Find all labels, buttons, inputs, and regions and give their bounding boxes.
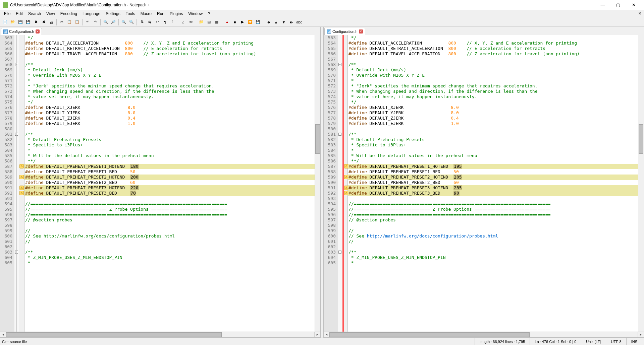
left-tab[interactable]: Configuration.h ✕ xyxy=(1,28,42,35)
pane-splitter[interactable] xyxy=(321,27,323,338)
title-bar: C:\Users\xcold\Desktop\ADVi3pp Modified\… xyxy=(0,0,644,10)
new-button[interactable]: 📄 xyxy=(1,18,9,26)
line-gutter: 5635645655665675685695705715725735745755… xyxy=(0,35,14,332)
lang-button[interactable]: ⌂ xyxy=(179,18,187,26)
document-close-button[interactable]: ✕ xyxy=(637,11,643,16)
menu-plugins[interactable]: Plugins xyxy=(167,10,185,17)
menu-settings[interactable]: Settings xyxy=(103,10,123,17)
vertical-scrollbar[interactable] xyxy=(315,35,320,332)
window-controls: — ▢ ✕ xyxy=(595,0,641,10)
diff-next-button[interactable]: ▼ xyxy=(280,18,287,26)
save-macro-button[interactable]: 💾 xyxy=(254,18,262,26)
code-area[interactable]: */#define DEFAULT_ACCELERATION 800 // X,… xyxy=(24,35,315,332)
find-button[interactable]: 🔍 xyxy=(102,18,109,26)
scroll-left-button[interactable]: ◄ xyxy=(0,332,6,337)
horizontal-scrollbar[interactable] xyxy=(329,332,638,337)
vertical-scrollbar[interactable] xyxy=(638,35,644,332)
marker-column: ⚠⚠⚠⚠ xyxy=(342,35,348,332)
left-tab-bar: Configuration.h ✕ xyxy=(0,27,320,35)
horizontal-scrollbar-row: ◄ ► xyxy=(0,332,320,337)
right-tab[interactable]: Configuration.h ✕ xyxy=(324,28,365,35)
status-encoding: UTF-8 xyxy=(606,338,626,345)
right-tab-bar: Configuration.h ✕ xyxy=(324,27,644,35)
scroll-right-button[interactable]: ► xyxy=(315,332,320,337)
close-button[interactable]: ✖ xyxy=(32,18,40,26)
app-icon xyxy=(3,2,8,8)
status-bar: C++ source file length : 66,924 lines : … xyxy=(0,338,644,345)
copy-button[interactable]: 📋 xyxy=(66,18,73,26)
menu-edit[interactable]: Edit xyxy=(13,10,25,17)
right-pane: Configuration.h ✕ 5635645655665675685695… xyxy=(323,27,644,338)
menu-bar: FileEditSearchViewEncodingLanguageSettin… xyxy=(0,10,644,17)
fold-column[interactable]: −−− xyxy=(14,35,19,332)
menu-window[interactable]: Window xyxy=(185,10,205,17)
cut-button[interactable]: ✂ xyxy=(58,18,65,26)
status-length: length : 66,924 lines : 1,795 xyxy=(475,338,530,345)
fold-column[interactable]: −−− xyxy=(338,35,342,332)
zoom-in-button[interactable]: 🔍 xyxy=(120,18,127,26)
paste-button[interactable]: 📋 xyxy=(73,18,81,26)
scroll-right-button[interactable]: ► xyxy=(638,332,644,337)
stop-button[interactable]: ■ xyxy=(231,18,238,26)
show-all-button[interactable]: ¶ xyxy=(161,18,169,26)
maximize-button[interactable]: ▢ xyxy=(610,0,626,10)
toolbar: 📄📂💾💾✖✖🖨✂📋📋↶↷🔍🔎🔍🔍⇅⇆↩¶⦙⌂👁📁▤▥●■▶⏩💾⏮▲▼⏭abc xyxy=(0,17,644,27)
save-button[interactable]: 💾 xyxy=(17,18,24,26)
sync-h-button[interactable]: ⇆ xyxy=(146,18,153,26)
tab-label: Configuration.h xyxy=(9,29,34,33)
doc-map-button[interactable]: ▤ xyxy=(205,18,213,26)
redo-button[interactable]: ↷ xyxy=(92,18,99,26)
diff-prev-button[interactable]: ▲ xyxy=(272,18,280,26)
window-title: C:\Users\xcold\Desktop\ADVi3pp Modified\… xyxy=(10,3,595,7)
tab-close-icon[interactable]: ✕ xyxy=(359,29,363,33)
zoom-out-button[interactable]: 🔍 xyxy=(128,18,135,26)
marker-column: ⚠⚠⚠⚠ xyxy=(19,35,24,332)
save-all-button[interactable]: 💾 xyxy=(24,18,32,26)
menu-run[interactable]: Run xyxy=(154,10,167,17)
menu-view[interactable]: View xyxy=(44,10,58,17)
line-gutter: 5635645655665675685695705715725735745755… xyxy=(324,35,338,332)
horizontal-scrollbar-row: ◄ ► xyxy=(324,332,644,337)
diff-first-button[interactable]: ⏮ xyxy=(265,18,272,26)
sync-v-button[interactable]: ⇅ xyxy=(138,18,146,26)
menu-encoding[interactable]: Encoding xyxy=(58,10,80,17)
status-mode: INS xyxy=(626,338,642,345)
open-button[interactable]: 📂 xyxy=(9,18,16,26)
print-button[interactable]: 🖨 xyxy=(48,18,55,26)
scroll-left-button[interactable]: ◄ xyxy=(324,332,329,337)
menu-macro[interactable]: Macro xyxy=(138,10,154,17)
replace-button[interactable]: 🔎 xyxy=(110,18,117,26)
indent-guide-button[interactable]: ⦙ xyxy=(169,18,176,26)
minimize-button[interactable]: — xyxy=(595,0,610,10)
close-button[interactable]: ✕ xyxy=(626,0,641,10)
code-area[interactable]: */#define DEFAULT_ACCELERATION 800 // X,… xyxy=(348,35,638,332)
left-editor[interactable]: 5635645655665675685695705715725735745755… xyxy=(0,35,320,332)
status-eol: Unix (LF) xyxy=(581,338,606,345)
status-filetype: C++ source file xyxy=(2,340,475,344)
play-button[interactable]: ▶ xyxy=(239,18,246,26)
left-pane: Configuration.h ✕ 5635645655665675685695… xyxy=(0,27,321,338)
menu-tools[interactable]: Tools xyxy=(123,10,138,17)
menu-?[interactable]: ? xyxy=(205,10,213,17)
tab-label: Configuration.h xyxy=(332,29,358,33)
abc-button[interactable]: abc xyxy=(296,18,303,26)
file-icon xyxy=(3,29,8,34)
doc-list-button[interactable]: ▥ xyxy=(213,18,220,26)
play-multi-button[interactable]: ⏩ xyxy=(247,18,254,26)
split-panes: Configuration.h ✕ 5635645655665675685695… xyxy=(0,27,644,338)
right-editor[interactable]: 5635645655665675685695705715725735745755… xyxy=(324,35,644,332)
wrap-button[interactable]: ↩ xyxy=(154,18,161,26)
folder-button[interactable]: 📁 xyxy=(198,18,205,26)
menu-language[interactable]: Language xyxy=(80,10,103,17)
undo-button[interactable]: ↶ xyxy=(84,18,91,26)
monitor-button[interactable]: 👁 xyxy=(187,18,195,26)
diff-last-button[interactable]: ⏭ xyxy=(288,18,295,26)
close-all-button[interactable]: ✖ xyxy=(40,18,47,26)
horizontal-scrollbar[interactable] xyxy=(6,332,315,337)
menu-search[interactable]: Search xyxy=(25,10,44,17)
tab-close-icon[interactable]: ✕ xyxy=(36,29,40,33)
record-button[interactable]: ● xyxy=(223,18,231,26)
status-position: Ln : 476 Col : 1 Sel : 0 | 0 xyxy=(530,338,581,345)
menu-file[interactable]: File xyxy=(1,10,13,17)
file-icon xyxy=(327,29,331,34)
